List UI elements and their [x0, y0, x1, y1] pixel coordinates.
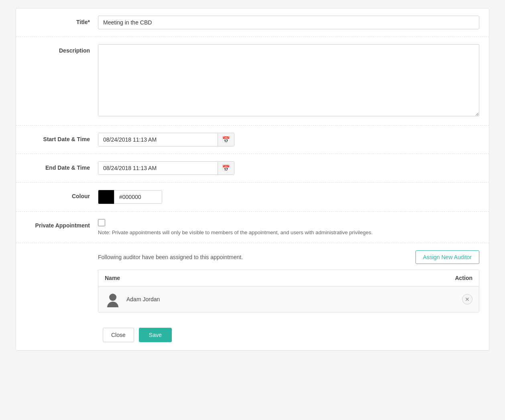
auditor-label [26, 250, 98, 254]
description-field [98, 44, 479, 118]
checkbox-wrapper: Note: Private appointments will only be … [98, 219, 479, 235]
auditor-description: Following auditor have been assigned to … [98, 254, 243, 260]
close-button[interactable]: Close [103, 328, 134, 342]
colour-field [98, 190, 479, 204]
colour-row: Colour [16, 183, 489, 212]
table-col-name: Name [105, 275, 120, 281]
save-button[interactable]: Save [139, 328, 172, 342]
colour-swatch[interactable] [98, 190, 114, 204]
avatar-body [107, 302, 118, 307]
auditor-header: Following auditor have been assigned to … [98, 250, 479, 264]
end-label: End Date & Time [26, 161, 98, 171]
end-datetime-input[interactable] [98, 162, 218, 174]
remove-auditor-button[interactable]: ✕ [462, 294, 472, 304]
private-checkbox[interactable] [98, 219, 105, 226]
end-calendar-button[interactable]: 📅 [218, 162, 234, 174]
start-calendar-button[interactable]: 📅 [218, 134, 234, 146]
colour-label: Colour [26, 190, 98, 199]
checkbox-row [98, 219, 479, 226]
end-field: 📅 [98, 161, 479, 175]
end-datetime-row: End Date & Time 📅 [16, 154, 489, 183]
private-row: Private Appointment Note: Private appoin… [16, 212, 489, 243]
assign-new-auditor-button[interactable]: Assign New Auditor [415, 250, 479, 264]
start-datetime-wrapper: 📅 [98, 133, 234, 146]
auditor-section: Following auditor have been assigned to … [98, 250, 479, 312]
colour-input[interactable] [114, 190, 162, 204]
start-field: 📅 [98, 133, 479, 146]
title-row: Title* [16, 8, 489, 37]
auditor-name: Adam Jordan [126, 296, 462, 302]
appointment-form: Title* Description Start Date & Time 📅 E… [16, 8, 489, 351]
start-datetime-input[interactable] [98, 133, 218, 146]
start-datetime-row: Start Date & Time 📅 [16, 126, 489, 154]
auditor-table: Name Action Adam Jordan ✕ [98, 270, 479, 312]
title-field [98, 16, 479, 29]
avatar [105, 291, 121, 307]
footer-row: Close Save [16, 320, 489, 350]
table-col-action: Action [455, 275, 472, 281]
title-label: Title* [26, 16, 98, 25]
auditor-table-header: Name Action [98, 270, 479, 286]
description-input[interactable] [98, 44, 479, 116]
auditor-row: Following auditor have been assigned to … [16, 243, 489, 320]
private-label: Private Appointment [26, 219, 98, 229]
description-label: Description [26, 44, 98, 54]
title-input[interactable] [98, 16, 479, 29]
end-datetime-wrapper: 📅 [98, 161, 234, 175]
colour-wrapper [98, 190, 479, 204]
private-note: Note: Private appointments will only be … [98, 229, 479, 235]
description-row: Description [16, 37, 489, 126]
auditor-field: Following auditor have been assigned to … [98, 250, 479, 312]
start-label: Start Date & Time [26, 133, 98, 142]
table-row: Adam Jordan ✕ [98, 286, 479, 312]
avatar-head [109, 294, 116, 301]
private-field: Note: Private appointments will only be … [98, 219, 479, 235]
